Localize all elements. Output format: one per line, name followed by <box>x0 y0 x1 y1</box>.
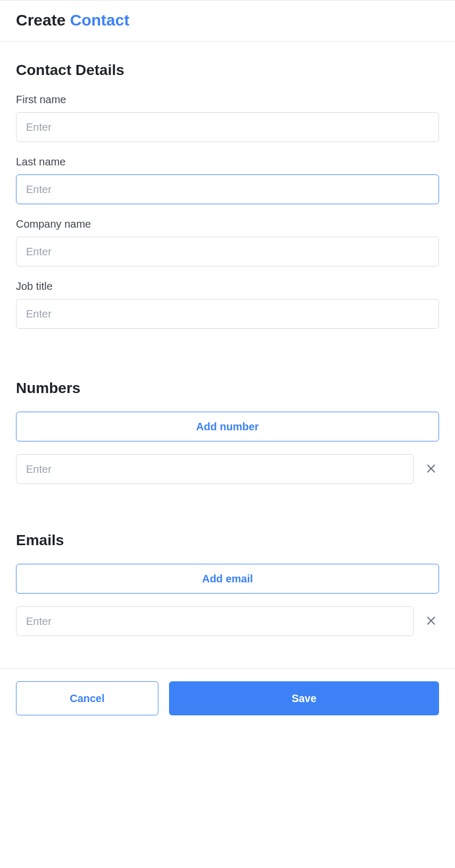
company-name-input[interactable] <box>16 237 439 266</box>
first-name-field: First name <box>16 94 439 142</box>
page-title-prefix: Create <box>16 11 70 29</box>
footer-actions: Cancel Save <box>0 668 455 728</box>
page-title-accent: Contact <box>70 11 130 29</box>
last-name-input[interactable] <box>16 174 439 204</box>
job-title-field: Job title <box>16 280 439 329</box>
remove-number-button[interactable] <box>423 461 439 478</box>
close-icon <box>425 463 437 476</box>
company-name-field: Company name <box>16 218 439 266</box>
form-content: Contact Details First name Last name Com… <box>0 41 455 668</box>
email-input[interactable] <box>16 606 414 636</box>
first-name-input[interactable] <box>16 112 439 142</box>
page-header: Create Contact <box>0 2 455 41</box>
page-title: Create Contact <box>16 11 439 29</box>
number-input[interactable] <box>16 454 414 484</box>
add-email-button[interactable]: Add email <box>16 564 439 594</box>
first-name-label: First name <box>16 94 439 106</box>
job-title-input[interactable] <box>16 299 439 329</box>
close-icon <box>425 615 437 628</box>
add-number-button[interactable]: Add number <box>16 412 439 441</box>
number-entry-row <box>16 454 439 484</box>
emails-heading: Emails <box>16 532 439 549</box>
job-title-label: Job title <box>16 280 439 293</box>
numbers-heading: Numbers <box>16 380 439 397</box>
last-name-field: Last name <box>16 156 439 204</box>
company-name-label: Company name <box>16 218 439 230</box>
contact-details-heading: Contact Details <box>16 62 439 79</box>
remove-email-button[interactable] <box>423 613 439 630</box>
last-name-label: Last name <box>16 156 439 168</box>
save-button[interactable]: Save <box>169 681 439 715</box>
email-entry-row <box>16 606 439 636</box>
cancel-button[interactable]: Cancel <box>16 681 158 715</box>
